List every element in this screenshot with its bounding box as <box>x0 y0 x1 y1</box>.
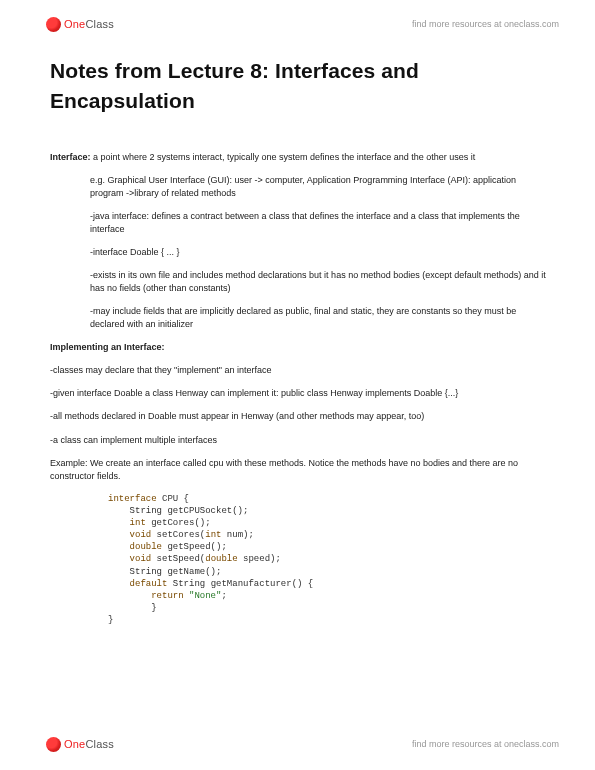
impl-bullet-2: -given interface Doable a class Henway c… <box>50 387 547 400</box>
header-link[interactable]: find more resources at oneclass.com <box>412 19 559 29</box>
code-kw: interface <box>108 494 157 504</box>
interface-definition: Interface: a point where 2 systems inter… <box>50 151 547 164</box>
brand-logo: OneClass <box>46 17 114 32</box>
code-text: String getName(); <box>108 567 221 577</box>
code-text: num); <box>221 530 253 540</box>
code-text: speed); <box>238 554 281 564</box>
code-kw: double <box>205 554 237 564</box>
code-text: setSpeed( <box>151 554 205 564</box>
code-kw: return <box>108 591 189 601</box>
brand-logo-footer: OneClass <box>46 737 114 752</box>
code-text: getCores(); <box>146 518 211 528</box>
code-text: getSpeed(); <box>162 542 227 552</box>
impl-bullet-3: -all methods declared in Doable must app… <box>50 410 547 423</box>
code-kw: void <box>108 530 151 540</box>
code-text: } <box>108 603 157 613</box>
code-kw: int <box>205 530 221 540</box>
impl-bullet-1: -classes may declare that they "implemen… <box>50 364 547 377</box>
code-text: ; <box>221 591 226 601</box>
code-kw: int <box>108 518 146 528</box>
code-text: CPU { <box>157 494 189 504</box>
interface-body: a point where 2 systems interact, typica… <box>91 152 476 162</box>
brand-one: One <box>64 18 85 30</box>
page-title: Notes from Lecture 8: Interfaces and Enc… <box>50 56 547 117</box>
bullet-doable: -interface Doable { ... } <box>90 246 547 259</box>
bullet-java-interface: -java interface: defines a contract betw… <box>90 210 547 236</box>
brand-name-footer: OneClass <box>64 738 114 750</box>
code-text: String getCPUSocket(); <box>108 506 248 516</box>
code-text: setCores( <box>151 530 205 540</box>
brand-name: OneClass <box>64 18 114 30</box>
code-kw: default <box>108 579 167 589</box>
document-body: Notes from Lecture 8: Interfaces and Enc… <box>50 56 547 720</box>
code-text: } <box>108 615 113 625</box>
code-sample: interface CPU { String getCPUSocket(); i… <box>108 493 547 627</box>
code-text: String getManufacturer() { <box>167 579 313 589</box>
example-intro: Example: We create an interface called c… <box>50 457 547 483</box>
code-string: "None" <box>189 591 221 601</box>
brand-class: Class <box>85 738 114 750</box>
impl-bullet-4: -a class can implement multiple interfac… <box>50 434 547 447</box>
page-header: OneClass find more resources at oneclass… <box>0 10 595 38</box>
logo-icon <box>46 17 61 32</box>
interface-term: Interface: <box>50 152 91 162</box>
code-kw: void <box>108 554 151 564</box>
logo-icon <box>46 737 61 752</box>
brand-class: Class <box>85 18 114 30</box>
implementing-heading: Implementing an Interface: <box>50 341 547 354</box>
brand-one: One <box>64 738 85 750</box>
bullet-fields: -may include fields that are implicitly … <box>90 305 547 331</box>
page-footer: OneClass find more resources at oneclass… <box>0 730 595 758</box>
footer-link[interactable]: find more resources at oneclass.com <box>412 739 559 749</box>
code-kw: double <box>108 542 162 552</box>
bullet-own-file: -exists in its own file and includes met… <box>90 269 547 295</box>
bullet-gui-api: e.g. Graphical User Interface (GUI): use… <box>90 174 547 200</box>
